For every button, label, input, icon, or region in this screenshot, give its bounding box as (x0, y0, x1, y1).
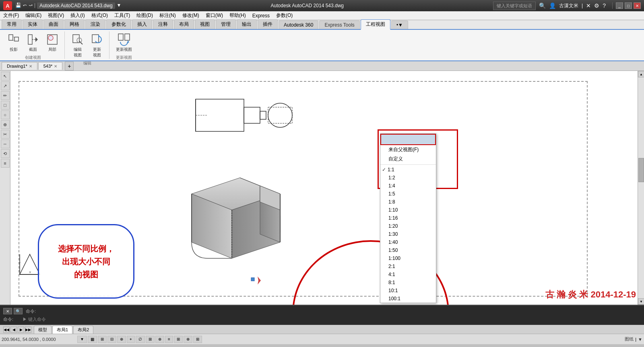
doc-tab-543[interactable]: 543* ✕ (38, 62, 63, 70)
new-document-button[interactable]: + (65, 62, 74, 71)
tool-1[interactable]: ↖ (1, 72, 10, 81)
tab-common[interactable]: 常用 (2, 19, 22, 29)
scroll-up-button[interactable]: ▲ (638, 71, 644, 77)
dropdown-item-1-5[interactable]: 1:5 (380, 190, 436, 198)
dropdown-item-10-1[interactable]: 10:1 (380, 287, 436, 295)
dropdown-item-2-1[interactable]: 2:1 (380, 262, 436, 270)
grid-btn[interactable]: ▦ (88, 336, 97, 343)
tab-annotate[interactable]: 注释 (153, 19, 173, 29)
ortho-btn[interactable]: ⊟ (107, 336, 116, 343)
scroll-thumb[interactable] (638, 158, 644, 182)
tab-insert[interactable]: 插入 (132, 19, 152, 29)
tool-9[interactable]: ⟲ (1, 149, 10, 158)
tab-parametric[interactable]: 参数化 (106, 19, 131, 29)
tp-btn[interactable]: ⊞ (174, 336, 183, 343)
menu-edit[interactable]: 编辑(E) (22, 11, 45, 20)
menu-modify[interactable]: 修改(M) (179, 11, 202, 20)
cmd-search-btn[interactable]: 🔍 (14, 308, 23, 314)
dropdown-item-custom[interactable]: 自定义 (380, 154, 436, 164)
detail-button[interactable]: 局部 (43, 31, 61, 54)
menu-view[interactable]: 视图(V) (45, 11, 67, 20)
tab-manage[interactable]: 管理 (216, 19, 236, 29)
tab-view[interactable]: 视图 (195, 19, 215, 29)
search-box[interactable]: 键入关键字或短语 (493, 2, 536, 10)
tab-model[interactable]: 模型 (34, 326, 52, 334)
qp-btn[interactable]: ⊕ (184, 336, 192, 343)
dropdown-item-1-20[interactable]: 1:20 (380, 222, 436, 230)
menu-annotate[interactable]: 标注(N) (156, 11, 179, 20)
dropdown-item-1-8[interactable]: 1:8 (380, 198, 436, 206)
tool-10[interactable]: ≡ (1, 159, 10, 168)
maximize-button[interactable]: □ (625, 2, 632, 9)
menu-help[interactable]: 帮助(H) (226, 11, 249, 20)
section-button[interactable]: 截面 (24, 31, 42, 54)
scale-dropdown[interactable]: 来自父视图(F) 自定义 1:1 1:2 1:4 1:5 1:8 1:10 1:… (380, 133, 436, 303)
tool-5[interactable]: ○ (1, 110, 10, 119)
doc-tab-drawing1[interactable]: Drawing1* ✕ (2, 62, 37, 70)
dropdown-item-1-16[interactable]: 1:16 (380, 214, 436, 222)
tab-layout2[interactable]: 布局2 (73, 326, 93, 334)
dropdown-item-1-50[interactable]: 1:50 (380, 246, 436, 254)
tab-surface[interactable]: 曲面 (43, 19, 64, 29)
dropdown-item-1-1[interactable]: 1:1 (380, 166, 436, 174)
sc-btn[interactable]: ⊞ (193, 336, 202, 343)
minimize-button[interactable]: _ (616, 2, 623, 9)
menu-tools[interactable]: 工具(T) (111, 11, 133, 20)
canvas-area[interactable]: 选择不同比例， 出现大小不同 的视图 来自父视图(F) 自定义 1:1 1:2 … (10, 71, 644, 305)
menu-window[interactable]: 窗口(W) (202, 11, 226, 20)
menu-insert[interactable]: 插入(I) (67, 11, 88, 20)
update-view-button[interactable]: 更新视图 (88, 31, 106, 60)
tab-render[interactable]: 渲染 (85, 19, 105, 29)
layout-nav-last[interactable]: ▶▶ (25, 326, 31, 333)
dropdown-item-8-1[interactable]: 8:1 (380, 278, 436, 287)
tool-3[interactable]: ✏ (1, 91, 10, 100)
tool-4[interactable]: □ (1, 101, 10, 110)
tab-autodesk360[interactable]: Autodesk 360 (279, 21, 318, 29)
layout-nav-prev[interactable]: ◀ (10, 326, 17, 333)
tab-express-tools[interactable]: Express Tools (319, 21, 359, 29)
dropdown-item-1-100[interactable]: 1:100 (380, 254, 436, 262)
menu-params[interactable]: 参数(O) (273, 11, 296, 20)
dropdown-item-parent[interactable]: 来自父视图(F) (380, 145, 436, 154)
menu-format[interactable]: 格式(O) (88, 11, 111, 20)
update-all-button[interactable]: 更新视图 (114, 31, 134, 54)
menu-file[interactable]: 文件(F) (0, 11, 22, 20)
close-543[interactable]: ✕ (54, 64, 57, 69)
layout-nav-first[interactable]: ◀◀ (3, 326, 10, 333)
tab-engineering-view[interactable]: 工程视图 (361, 19, 390, 30)
dropdown-item-1-30[interactable]: 1:30 (380, 230, 436, 238)
ducs-btn[interactable]: ⊞ (146, 336, 155, 343)
otrack-btn[interactable]: ∅ (136, 336, 145, 343)
tab-solid[interactable]: 实体 (23, 19, 43, 29)
close-drawing1[interactable]: ✕ (29, 64, 32, 69)
dropdown-item-1-10[interactable]: 1:10 (380, 206, 436, 214)
polar-btn[interactable]: ⊕ (117, 336, 126, 343)
dropdown-item-1-2[interactable]: 1:2 (380, 174, 436, 182)
tab-layout[interactable]: 布局 (174, 19, 194, 29)
menu-draw[interactable]: 绘图(D) (133, 11, 156, 20)
tab-output[interactable]: 输出 (237, 19, 257, 29)
osnap-btn[interactable]: ⌖ (127, 336, 135, 343)
layout-nav-next[interactable]: ▶ (18, 326, 24, 333)
edit-view-button[interactable]: 编辑视图 (69, 31, 87, 60)
projection-button[interactable]: 投影 (5, 31, 23, 54)
tab-layout1[interactable]: 布局1 (52, 326, 72, 334)
tool-2[interactable]: ↗ (1, 81, 10, 90)
cmd-input-1[interactable] (45, 309, 641, 314)
tab-more[interactable]: •▼ (391, 21, 408, 29)
tool-6[interactable]: ⊕ (1, 120, 10, 129)
menu-express[interactable]: Express (249, 12, 273, 19)
scroll-down-button[interactable]: ▼ (638, 298, 644, 305)
lw-btn[interactable]: ≡ (165, 336, 173, 343)
tab-mesh[interactable]: 网格 (64, 19, 85, 29)
cmd-close-btn[interactable]: ✕ (3, 308, 12, 314)
dropdown-item-1-4[interactable]: 1:4 (380, 182, 436, 190)
tab-addins[interactable]: 插件 (258, 19, 278, 29)
window-controls[interactable]: _ □ ✕ (616, 2, 641, 9)
dyn-btn[interactable]: ⊕ (155, 336, 164, 343)
tool-7[interactable]: ✂ (1, 130, 10, 139)
close-button[interactable]: ✕ (634, 2, 641, 9)
dropdown-item-4-1[interactable]: 4:1 (380, 270, 436, 278)
snap-btn[interactable]: ⊞ (98, 336, 107, 343)
snap-mode-btn[interactable]: ▼ (77, 336, 87, 343)
